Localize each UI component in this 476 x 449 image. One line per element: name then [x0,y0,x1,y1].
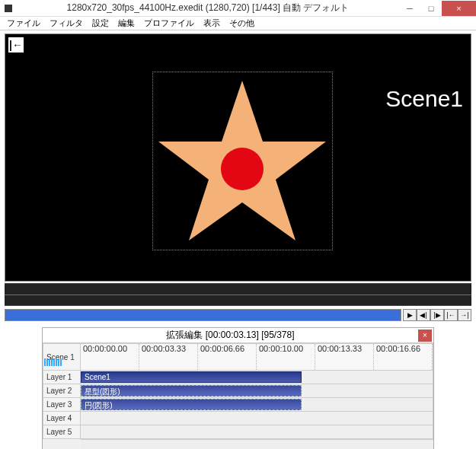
preview-area[interactable]: |← Scene1 [5,33,471,282]
scene-label-text: Scene1 [385,86,463,112]
menu-edit[interactable]: 編集 [114,17,139,30]
layer-label-5[interactable]: Layer 5 [43,425,81,439]
layer-5-track[interactable] [81,425,433,439]
ruler-tick: 00:00:16.66 [374,344,433,370]
seek-slider[interactable] [5,309,401,321]
app-icon [5,5,12,12]
circle-shape [221,148,264,190]
layer-1-track[interactable]: Scene1 [81,371,433,384]
menu-view[interactable]: 表示 [200,17,224,30]
vu-meter-icon [44,358,62,366]
timeline-close-button[interactable]: × [418,330,432,342]
prev-frame-button[interactable]: ◀| [417,309,430,321]
ruler-tick: 00:00:03.33 [139,344,198,370]
main-titlebar: 1280x720_30fps_44100Hz.exedit (1280,720)… [0,0,476,17]
menubar: ファイル フィルタ 設定 編集 プロファイル 表示 その他 [0,17,476,30]
clip-scene1[interactable]: Scene1 [81,371,302,383]
minimize-button[interactable]: ─ [399,1,420,16]
timeline-window: 拡張編集 [00:00:03.13] [95/378] × Scene 1 La… [42,327,434,449]
menu-profile[interactable]: プロファイル [140,17,198,30]
timeline-horizontal-scrollbar[interactable] [81,439,433,449]
layer-3-track[interactable]: 円(図形) [81,398,433,412]
menu-settings[interactable]: 設定 [88,17,113,30]
ruler-tick: 00:00:06.66 [198,344,257,370]
go-end-button[interactable]: →| [458,309,471,321]
layer-label-2[interactable]: Layer 2 [43,384,81,398]
ruler-tick: 00:00:00.00 [81,344,139,370]
layer-label-3[interactable]: Layer 3 [43,398,81,412]
play-button[interactable]: ▶ [403,309,417,321]
maximize-button[interactable]: □ [420,1,442,16]
layer-label-1[interactable]: Layer 1 [43,371,81,384]
ruler-tick: 00:00:10.00 [257,344,315,370]
scene-selector[interactable]: Scene 1 [43,343,81,371]
menu-filter[interactable]: フィルタ [46,17,87,30]
timeline-ruler[interactable]: 00:00:00.00 00:00:03.33 00:00:06.66 00:0… [81,343,433,371]
window-title: 1280x720_30fps_44100Hz.exedit (1280,720)… [17,2,399,14]
back-to-root-icon[interactable]: |← [8,37,24,53]
clip-star[interactable]: 星型(図形) [81,385,302,396]
menu-file[interactable]: ファイル [3,17,44,30]
go-start-button[interactable]: |← [444,309,458,321]
layer-label-4[interactable]: Layer 4 [43,412,81,425]
star-shape [152,72,333,252]
layer-2-track[interactable]: 星型(図形) [81,384,433,398]
clip-circle[interactable]: 円(図形) [81,399,302,410]
audio-waveform-strip[interactable] [5,283,471,306]
menu-other[interactable]: その他 [225,17,258,30]
ruler-tick: 00:00:13.33 [315,344,374,370]
next-frame-button[interactable]: |▶ [430,309,444,321]
close-button[interactable]: × [442,1,476,16]
timeline-title: 拡張編集 [00:00:03.13] [95/378] [43,329,418,342]
layer-4-track[interactable] [81,412,433,425]
